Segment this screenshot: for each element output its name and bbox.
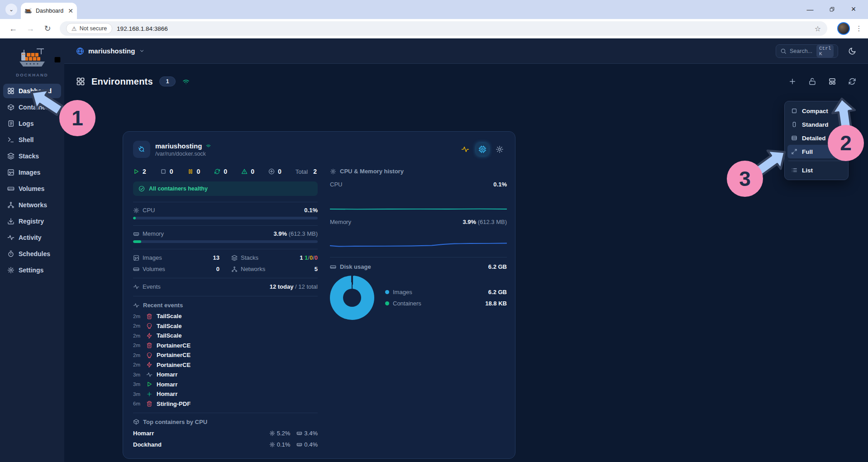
legend-images: Images6.2 GB <box>385 289 507 295</box>
restore-button[interactable] <box>827 6 836 12</box>
cpu-gear-icon <box>269 442 275 448</box>
global-search[interactable]: Ctrl K <box>776 44 838 58</box>
tab-favicon-ship-icon <box>24 8 32 14</box>
search-icon <box>780 48 787 54</box>
image-icon <box>7 169 14 176</box>
drive-icon <box>133 266 139 272</box>
connection-wifi-icon <box>182 77 190 86</box>
warning-icon <box>241 168 248 175</box>
zap-icon <box>146 333 153 339</box>
download-icon <box>7 218 14 225</box>
activity-pulse-button[interactable] <box>459 143 472 156</box>
browser-tab-strip: ⌄ Dashboard ✕ — × <box>0 0 868 19</box>
restart-icon <box>214 168 220 175</box>
url-text: 192.168.1.84:3866 <box>117 25 168 32</box>
skull-icon <box>146 323 153 329</box>
menu-item-full[interactable]: Full <box>787 145 845 158</box>
top-container-row[interactable]: Homarr 5.2% 3.4% <box>133 430 318 437</box>
cpu-gear-icon <box>133 207 139 214</box>
forward-button[interactable]: → <box>24 22 37 35</box>
recent-events-section: Recent events 2mTailScale 2mTailScale 2m… <box>133 296 318 407</box>
sidebar-item-registry[interactable]: Registry <box>3 214 61 229</box>
environment-selector[interactable]: mariushosting <box>76 47 145 55</box>
reload-button[interactable]: ↻ <box>41 22 54 35</box>
memory-meter: Memory 3.9% (612.3 MB) <box>133 225 318 243</box>
menu-item-detailed[interactable]: Detailed <box>787 131 845 145</box>
top-container-row[interactable]: Dockhand 0.1% 0.4% <box>133 441 318 448</box>
sidebar: DOCKHAND Dashboard Containers Logs Shell… <box>0 38 64 462</box>
event-row[interactable]: 2mPortainerCE <box>133 362 318 368</box>
menu-item-list[interactable]: List <box>787 163 845 177</box>
trash-icon <box>146 400 153 407</box>
sidebar-item-volumes[interactable]: Volumes <box>3 181 61 196</box>
page-title: Environments <box>91 76 153 87</box>
play-icon <box>133 168 139 175</box>
event-row[interactable]: 2mPortainerCE <box>133 352 318 358</box>
event-row[interactable]: 2mPortainerCE <box>133 342 318 349</box>
check-circle-icon <box>138 186 145 192</box>
environment-card[interactable]: mariushosting /var/run/docker.sock <box>123 131 515 459</box>
browser-menu-icon[interactable]: ⋮ <box>854 24 863 33</box>
event-row[interactable]: 2mTailScale <box>133 332 318 339</box>
sidebar-item-stacks[interactable]: Stacks <box>3 149 61 163</box>
add-environment-button[interactable] <box>788 77 796 86</box>
sidebar-item-shell[interactable]: Shell <box>3 133 61 147</box>
sidebar-item-dashboard[interactable]: Dashboard <box>3 84 61 98</box>
event-row[interactable]: 6mStirling-PDF <box>133 400 318 407</box>
sidebar-item-activity[interactable]: Activity <box>3 230 61 245</box>
event-row[interactable]: 3mHomarr <box>133 381 318 388</box>
environment-name: mariushosting <box>88 47 135 55</box>
sidebar-item-images[interactable]: Images <box>3 165 61 180</box>
logo-text: DOCKHAND <box>16 72 48 77</box>
zap-icon <box>146 362 153 368</box>
memory-icon <box>133 231 139 237</box>
card-wifi-icon <box>205 143 211 149</box>
history-title: CPU & Memory history <box>340 168 404 175</box>
menu-item-compact[interactable]: Compact <box>787 104 845 118</box>
back-button[interactable]: ← <box>6 22 20 35</box>
unlock-icon[interactable] <box>808 77 816 86</box>
minimize-button[interactable]: — <box>806 5 815 13</box>
memory-bar-fill <box>133 240 141 243</box>
plus-icon <box>146 391 153 397</box>
sidebar-item-settings[interactable]: Settings <box>3 263 61 277</box>
event-row[interactable]: 2mTailScale <box>133 313 318 319</box>
compact-icon <box>791 108 797 114</box>
event-row[interactable]: 3mHomarr <box>133 371 318 378</box>
dark-mode-toggle-moon-icon[interactable] <box>848 47 856 55</box>
event-row[interactable]: 2mTailScale <box>133 323 318 329</box>
sidebar-item-networks[interactable]: Networks <box>3 198 61 212</box>
skull-icon <box>146 352 153 358</box>
resource-grid: Images13 Stacks 1 1/0/0 Volumes0 Network… <box>133 249 318 272</box>
tab-close-icon[interactable]: ✕ <box>68 8 73 14</box>
dockhand-ship-icon <box>18 47 47 69</box>
tab-search-button[interactable]: ⌄ <box>5 4 17 15</box>
terminal-icon <box>7 136 14 143</box>
sidebar-item-containers[interactable]: Containers <box>3 100 61 114</box>
search-input[interactable] <box>790 48 813 54</box>
box-icon <box>7 104 14 111</box>
address-bar[interactable]: ⚠ Not secure 192.168.1.84:3866 ☆ <box>60 21 827 36</box>
play-icon <box>146 381 153 387</box>
close-button[interactable]: × <box>849 5 858 14</box>
sidebar-item-schedules[interactable]: Schedules <box>3 247 61 261</box>
menu-item-standard[interactable]: Standard <box>787 118 845 131</box>
refresh-button[interactable] <box>848 77 856 86</box>
layout-view-button[interactable] <box>828 77 836 86</box>
gear-icon <box>7 267 14 274</box>
card-settings-gear-button[interactable] <box>493 143 506 156</box>
expand-icon <box>791 148 797 155</box>
cpu-chip-button[interactable] <box>476 143 489 156</box>
security-chip[interactable]: ⚠ Not secure <box>66 23 112 34</box>
environments-grid-icon <box>76 77 85 86</box>
sidebar-collapse-button[interactable] <box>53 56 62 66</box>
browser-tab[interactable]: Dashboard ✕ <box>21 3 77 19</box>
app-topbar: mariushosting Ctrl K <box>64 38 868 64</box>
chevron-down-icon <box>139 48 145 54</box>
image-icon <box>133 255 139 261</box>
profile-avatar[interactable] <box>837 22 850 35</box>
bookmark-star-icon[interactable]: ☆ <box>815 24 821 33</box>
security-label: Not secure <box>80 25 107 32</box>
sidebar-item-logs[interactable]: Logs <box>3 116 61 131</box>
event-row[interactable]: 3mHomarr <box>133 391 318 397</box>
